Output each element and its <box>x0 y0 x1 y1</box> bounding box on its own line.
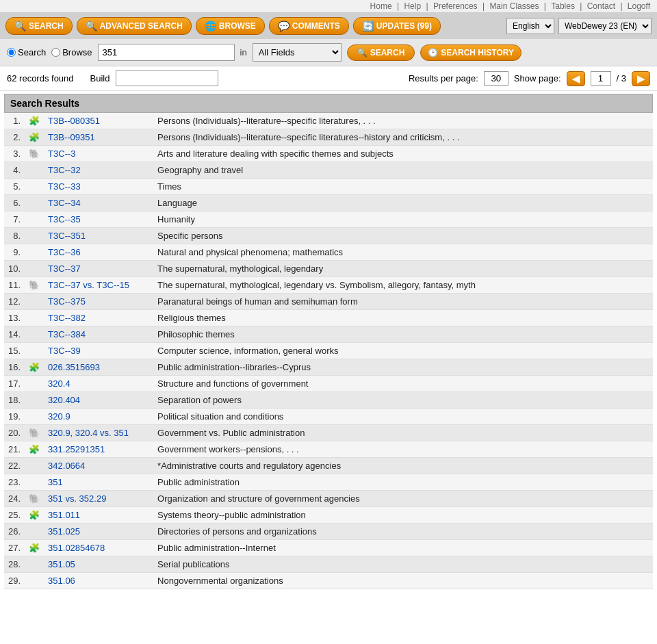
code-link[interactable]: T3C--32 <box>48 165 81 175</box>
row-code[interactable]: T3C--37 <box>44 261 153 277</box>
build-label: Build <box>90 73 110 83</box>
code-link[interactable]: 320.9, 320.4 vs. 351 <box>48 428 129 438</box>
code-link[interactable]: T3C--37 vs. T3C--15 <box>48 280 129 290</box>
version-select[interactable]: WebDewey 23 (EN) <box>558 18 652 34</box>
row-code[interactable]: T3C--39 <box>44 343 153 359</box>
code-link[interactable]: 351 <box>48 477 63 487</box>
code-link[interactable]: 351.025 <box>48 526 80 537</box>
table-row: 15.T3C--39Computer science, information,… <box>4 343 653 359</box>
code-link[interactable]: T3C--39 <box>48 346 81 356</box>
next-page-btn[interactable]: ▶ <box>632 71 650 86</box>
radio-search[interactable] <box>7 48 16 57</box>
row-code[interactable]: 320.9, 320.4 vs. 351 <box>44 425 153 441</box>
row-code[interactable]: 351.05 <box>44 556 153 573</box>
updates-btn[interactable]: 🔄 UPDATES (99) <box>353 17 441 35</box>
row-code[interactable]: 342.0664 <box>44 458 153 474</box>
code-link[interactable]: 026.3515693 <box>48 362 100 372</box>
row-code[interactable]: 320.9 <box>44 409 153 425</box>
row-code[interactable]: 351 vs. 352.29 <box>44 491 153 507</box>
code-link[interactable]: 351.011 <box>48 510 80 520</box>
code-link[interactable]: T3C--33 <box>48 181 81 192</box>
search-btn[interactable]: 🔍 SEARCH <box>5 17 73 35</box>
code-link[interactable]: 342.0664 <box>48 461 85 471</box>
code-link[interactable]: T3C--351 <box>48 231 86 241</box>
main-toolbar: 🔍 SEARCH 🔍 ADVANCED SEARCH 🌐 BROWSE 💬 CO… <box>0 13 657 39</box>
row-code[interactable]: T3C--32 <box>44 162 153 179</box>
row-code[interactable]: 351.02854678 <box>44 540 153 556</box>
row-code[interactable]: T3C--384 <box>44 326 153 343</box>
row-description: *Administrative courts and regulatory ag… <box>153 458 653 474</box>
language-select[interactable]: English <box>506 18 554 34</box>
code-link[interactable]: T3C--375 <box>48 296 86 307</box>
puzzle-icon: 🧩 <box>29 543 40 553</box>
page-input[interactable]: 1 <box>591 71 611 86</box>
code-link[interactable]: 320.4 <box>48 378 70 389</box>
code-link[interactable]: T3C--3 <box>48 149 75 159</box>
field-select[interactable]: All Fields Number Heading Notes Manual N… <box>253 43 342 62</box>
code-link[interactable]: 320.9 <box>48 411 70 422</box>
build-input[interactable] <box>116 70 218 86</box>
code-link[interactable]: 331.25291351 <box>48 444 105 454</box>
per-page-input[interactable]: 30 <box>484 71 508 86</box>
row-code[interactable]: T3C--375 <box>44 294 153 310</box>
row-code[interactable]: 320.4 <box>44 376 153 392</box>
code-link[interactable]: 351 vs. 352.29 <box>48 493 106 504</box>
search-history-icon: 🕑 <box>428 48 438 57</box>
row-code[interactable]: T3C--351 <box>44 228 153 244</box>
search-go-btn[interactable]: 🔍 SEARCH <box>347 44 415 61</box>
row-code[interactable]: 351.011 <box>44 507 153 524</box>
row-code[interactable]: 331.25291351 <box>44 441 153 458</box>
search-input[interactable] <box>98 44 235 61</box>
comments-icon: 💬 <box>278 21 289 31</box>
row-code[interactable]: T3C--35 <box>44 211 153 228</box>
row-code[interactable]: T3B--080351 <box>44 113 153 129</box>
row-number: 6. <box>4 195 25 211</box>
row-code[interactable]: 026.3515693 <box>44 359 153 376</box>
nav-logoff[interactable]: Logoff <box>628 1 650 11</box>
row-code[interactable]: T3C--37 vs. T3C--15 <box>44 277 153 294</box>
row-code[interactable]: T3C--3 <box>44 146 153 162</box>
row-icon-cell <box>25 261 44 277</box>
search-history-btn[interactable]: 🕑 SEARCH HISTORY <box>420 44 521 61</box>
row-code[interactable]: T3C--36 <box>44 244 153 261</box>
code-link[interactable]: T3C--36 <box>48 247 81 257</box>
code-link[interactable]: T3C--35 <box>48 214 81 224</box>
radio-browse-label[interactable]: Browse <box>51 47 92 57</box>
nav-help[interactable]: Help <box>404 1 421 11</box>
prev-page-btn[interactable]: ◀ <box>567 71 585 86</box>
row-code[interactable]: T3C--382 <box>44 310 153 326</box>
nav-contact[interactable]: Contact <box>587 1 615 11</box>
code-link[interactable]: T3C--37 <box>48 263 81 274</box>
row-code[interactable]: T3B--09351 <box>44 129 153 146</box>
nav-home[interactable]: Home <box>370 1 392 11</box>
code-link[interactable]: T3C--34 <box>48 198 81 208</box>
row-code[interactable]: 351.06 <box>44 573 153 589</box>
nav-preferences[interactable]: Preferences <box>433 1 478 11</box>
advanced-search-btn[interactable]: 🔍 ADVANCED SEARCH <box>77 17 192 35</box>
code-link[interactable]: T3C--382 <box>48 313 86 323</box>
row-icon-cell <box>25 573 44 589</box>
radio-search-label[interactable]: Search <box>7 47 46 57</box>
comments-btn[interactable]: 💬 COMMENTS <box>269 17 349 35</box>
radio-browse[interactable] <box>51 48 60 57</box>
nav-tables[interactable]: Tables <box>551 1 575 11</box>
nav-main-classes[interactable]: Main Classes <box>489 1 539 11</box>
table-row: 2.🧩T3B--09351Persons (Individuals)--lite… <box>4 129 653 146</box>
code-link[interactable]: T3B--080351 <box>48 116 100 126</box>
code-link[interactable]: T3B--09351 <box>48 132 95 142</box>
row-code[interactable]: 351 <box>44 474 153 491</box>
browse-btn[interactable]: 🌐 BROWSE <box>196 17 265 35</box>
table-row: 6.T3C--34Language <box>4 195 653 211</box>
row-code[interactable]: T3C--34 <box>44 195 153 211</box>
code-link[interactable]: 351.05 <box>48 559 75 569</box>
table-row: 19.320.9Political situation and conditio… <box>4 409 653 425</box>
code-link[interactable]: 320.404 <box>48 395 80 405</box>
row-code[interactable]: T3C--33 <box>44 179 153 195</box>
row-code[interactable]: 320.404 <box>44 392 153 409</box>
row-number: 29. <box>4 573 25 589</box>
code-link[interactable]: 351.02854678 <box>48 543 105 553</box>
code-link[interactable]: 351.06 <box>48 576 75 586</box>
table-row: 24.🐘351 vs. 352.29Organization and struc… <box>4 491 653 507</box>
row-code[interactable]: 351.025 <box>44 524 153 540</box>
code-link[interactable]: T3C--384 <box>48 329 86 339</box>
